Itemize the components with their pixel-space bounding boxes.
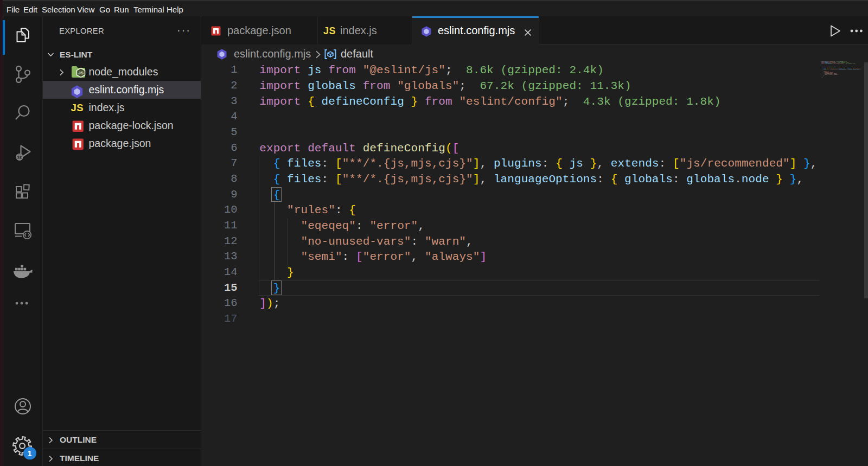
svg-text:JS: JS (78, 71, 84, 75)
